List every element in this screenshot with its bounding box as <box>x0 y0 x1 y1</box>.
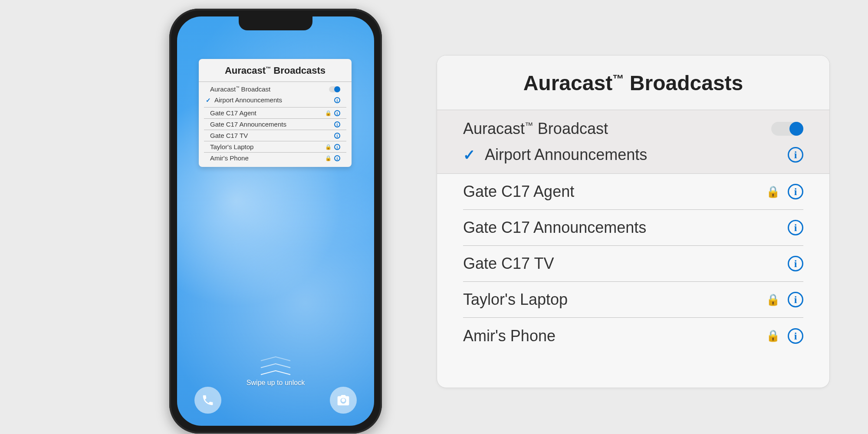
info-icon[interactable]: i <box>788 292 803 307</box>
camera-shortcut-button[interactable] <box>330 387 357 414</box>
phone-mockup: Auracast™ Broadcasts Auracast™ Broadcast… <box>169 9 382 434</box>
broadcast-item-label: Taylor's Laptop <box>463 290 568 309</box>
phone-notch <box>239 16 312 30</box>
info-icon[interactable]: i <box>788 256 803 271</box>
broadcasts-card-small: Auracast™ Broadcasts Auracast™ Broadcast… <box>199 59 352 167</box>
broadcast-toggle-row[interactable]: Auracast™ Broadcast <box>463 120 803 138</box>
info-icon[interactable]: i <box>334 155 340 161</box>
broadcast-item-label: Gate C17 TV <box>210 132 248 139</box>
phone-shortcut-button[interactable] <box>194 387 221 414</box>
broadcast-item-label: Amir's Phone <box>463 327 556 345</box>
broadcast-item-label: Gate C17 Announcements <box>463 219 646 237</box>
broadcast-item[interactable]: Taylor's Laptop🔒i <box>463 282 803 318</box>
lock-icon: 🔒 <box>766 293 780 307</box>
selected-broadcast-row[interactable]: ✓ Airport Announcements i <box>204 95 346 108</box>
broadcast-item[interactable]: Taylor's Laptop🔒i <box>204 141 346 153</box>
broadcast-toggle-row[interactable]: Auracast™ Broadcast <box>204 82 346 95</box>
broadcast-item[interactable]: Gate C17 Agent🔒i <box>204 108 346 119</box>
panel-header-section: Auracast™ Broadcast ✓ Airport Announceme… <box>437 110 829 174</box>
check-icon: ✓ <box>206 97 211 104</box>
selected-broadcast-row[interactable]: ✓ Airport Announcements i <box>463 146 803 164</box>
check-icon: ✓ <box>463 146 475 163</box>
info-icon[interactable]: i <box>334 97 340 103</box>
broadcast-item-label: Gate C17 Agent <box>210 109 256 117</box>
broadcast-item[interactable]: Gate C17 Announcementsi <box>463 210 803 246</box>
broadcast-item[interactable]: Gate C17 TVi <box>463 246 803 282</box>
broadcast-toggle-label: Auracast™ Broadcast <box>463 120 608 138</box>
phone-screen: Auracast™ Broadcasts Auracast™ Broadcast… <box>177 16 374 426</box>
broadcast-item-label: Taylor's Laptop <box>210 143 253 150</box>
info-icon[interactable]: i <box>788 328 803 344</box>
lock-icon: 🔒 <box>325 144 332 150</box>
broadcast-item[interactable]: Gate C17 Agent🔒i <box>463 174 803 210</box>
swipe-hint-label: Swipe up to unlock <box>177 379 374 387</box>
info-icon[interactable]: i <box>788 147 803 163</box>
broadcast-item[interactable]: Gate C17 TVi <box>204 130 346 141</box>
broadcast-item-label: Gate C17 TV <box>463 255 554 273</box>
chevron-up-icon <box>177 356 374 375</box>
selected-broadcast-label: Airport Announcements <box>214 96 282 104</box>
broadcast-item[interactable]: Gate C17 Announcementsi <box>204 119 346 130</box>
info-icon[interactable]: i <box>334 144 340 150</box>
panel-title: Auracast™ Broadcasts <box>437 55 829 110</box>
broadcast-item-label: Amir's Phone <box>210 154 249 162</box>
lock-icon: 🔒 <box>325 110 332 116</box>
lock-icon: 🔒 <box>766 329 780 343</box>
broadcast-item[interactable]: Amir's Phone🔒i <box>204 153 346 163</box>
lock-icon: 🔒 <box>325 155 332 161</box>
broadcast-toggle[interactable] <box>329 86 340 92</box>
info-icon[interactable]: i <box>788 220 803 235</box>
lock-icon: 🔒 <box>766 185 780 199</box>
broadcast-item-label: Gate C17 Agent <box>463 183 574 201</box>
info-icon[interactable]: i <box>788 184 803 199</box>
camera-icon <box>336 393 350 407</box>
info-icon[interactable]: i <box>334 133 340 139</box>
card-title: Auracast™ Broadcasts <box>199 59 352 82</box>
broadcast-item-label: Gate C17 Announcements <box>210 121 286 128</box>
phone-icon <box>201 394 214 407</box>
info-icon[interactable]: i <box>334 110 340 116</box>
broadcast-item[interactable]: Amir's Phone🔒i <box>463 318 803 354</box>
info-icon[interactable]: i <box>334 121 340 127</box>
broadcast-toggle-label: Auracast™ Broadcast <box>210 85 270 93</box>
broadcast-toggle[interactable] <box>771 122 803 136</box>
broadcasts-panel: Auracast™ Broadcasts Auracast™ Broadcast… <box>437 55 830 388</box>
selected-broadcast-label: Airport Announcements <box>485 146 647 164</box>
swipe-up-hint[interactable]: Swipe up to unlock <box>177 356 374 387</box>
